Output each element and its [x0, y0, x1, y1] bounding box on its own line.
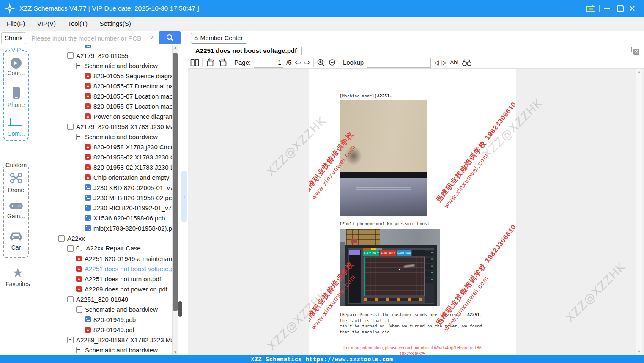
tree-item[interactable]: mlb(x1783-820-01958-02).pc: [36, 223, 172, 233]
tree-expander-icon[interactable]: [67, 337, 74, 343]
toolbar-separator: [340, 58, 340, 67]
tree-item[interactable]: A2289_820-01987 X1782 J223 Mac: [36, 335, 172, 345]
tree-item[interactable]: 820-01949.pcb: [36, 314, 172, 324]
scroll-down-icon[interactable]: ∨: [636, 349, 642, 354]
briefcase-icon[interactable]: [586, 4, 596, 13]
viewer-scrollbar[interactable]: ∧ ∨: [636, 69, 642, 355]
sidebar-item-game[interactable]: Gam...: [4, 202, 28, 220]
text-select-tool[interactable]: Abi: [449, 59, 459, 66]
tree-item[interactable]: J230 RIO 820-01992-01_v7.pc: [36, 203, 172, 213]
scroll-up-icon[interactable]: ∧: [636, 70, 642, 74]
menu-settings[interactable]: Settings(S): [96, 17, 134, 30]
tree-item[interactable]: 820-01055-07 Location map.: [36, 101, 172, 111]
zoom-out-icon[interactable]: [328, 58, 337, 67]
file-type-icon: [85, 195, 91, 201]
tree-item[interactable]: A2251 does not turn on.pdf: [36, 274, 172, 284]
next-page-icon[interactable]: ⇨: [304, 58, 310, 67]
two-page-view-icon[interactable]: [190, 58, 199, 67]
tree-item[interactable]: X1536 820-01598-06.pcb: [36, 213, 172, 223]
lookup-input[interactable]: [367, 58, 431, 68]
sidebar-item-phone[interactable]: Phone: [4, 87, 28, 108]
tree-item[interactable]: 0、A22xx Repair Case: [36, 243, 172, 253]
sidebar-item-computer[interactable]: Com...: [4, 118, 28, 137]
tree-expander-icon[interactable]: [76, 63, 82, 69]
tree-item[interactable]: Power on sequence diagram: [36, 111, 172, 121]
search-button[interactable]: [159, 31, 181, 44]
rotate-left-icon[interactable]: [206, 58, 215, 67]
sidebar-item-car[interactable]: Car: [4, 231, 28, 251]
member-center-button[interactable]: ⌂ Member Center: [191, 33, 247, 44]
scroll-up-icon[interactable]: ∧: [173, 46, 178, 50]
tree-item[interactable]: Schematic and boardview: [36, 304, 172, 314]
tree-item[interactable]: A2251 does not boost voltage.p: [36, 264, 172, 274]
tree-scrollbar-thumb[interactable]: [173, 53, 178, 311]
tree-expander-icon[interactable]: [67, 296, 74, 302]
gray-watermark: XZZ@XZZHK: [563, 260, 628, 325]
file-type-icon: [85, 316, 91, 322]
app-logo-icon: [4, 3, 15, 14]
tree-item[interactable]: J230 MLB 820-01958-02.pcb: [36, 192, 172, 203]
tree-expander-icon[interactable]: [76, 306, 82, 313]
model-search-input[interactable]: [30, 32, 146, 44]
tree-item[interactable]: 820-01055-07 Directional part: [36, 81, 172, 91]
tree-expander-icon[interactable]: [67, 245, 74, 252]
tree-item[interactable]: 820-01949.pdf: [36, 324, 172, 335]
tree-item[interactable]: Schematic and boardview: [36, 132, 172, 142]
maximize-button[interactable]: [617, 6, 624, 12]
collapse-panel-handle[interactable]: ‹: [181, 171, 187, 222]
menu-tool[interactable]: Tool(T): [64, 17, 91, 30]
tree-expander-icon[interactable]: [67, 52, 74, 59]
panel-scrollbar-thumb[interactable]: [178, 301, 182, 317]
chevron-down-icon[interactable]: ∨: [150, 35, 153, 41]
tree-item[interactable]: Chip orientation and empty: [36, 172, 172, 182]
find-next-icon[interactable]: ▷: [442, 59, 447, 66]
shrink-button[interactable]: Shrink: [1, 32, 26, 44]
file-type-icon: [76, 266, 82, 272]
menu-vip[interactable]: VIP(V): [34, 17, 59, 30]
tree-item[interactable]: A2251 820-01949-a maintenanc: [36, 253, 172, 264]
tree-item[interactable]: J230 KBD 820-02005-01_v7.p: [36, 182, 172, 192]
tree-item[interactable]: Schematic and boardview: [36, 345, 172, 355]
rotate-right-icon[interactable]: [218, 58, 228, 67]
sidebar-item-drone[interactable]: Drone: [4, 173, 28, 193]
pdf-viewer[interactable]: [Machine model]A2251. [Fault phenomenon]…: [188, 69, 644, 355]
minimize-button[interactable]: [604, 8, 610, 9]
app-window: XZZ Schematics V4.77 [ VIP Due date: 202…: [0, 0, 644, 363]
file-type-icon: [85, 113, 91, 119]
sidebar-item-course[interactable]: ▶ Cour...: [4, 58, 28, 77]
tree-item[interactable]: A2251_820-01949: [36, 294, 172, 304]
tree-item[interactable]: 820-01055-07 Location map: [36, 91, 172, 101]
tree-item[interactable]: Schematic and boardview: [36, 60, 172, 71]
scroll-down-icon[interactable]: ∨: [173, 350, 178, 354]
tree-item[interactable]: A2179_820-01055: [36, 50, 172, 60]
find-previous-icon[interactable]: ◁: [434, 59, 439, 66]
tree-item-label: 820-01055-07 Directional part: [93, 82, 172, 90]
file-tree[interactable]: A2179_820-01055 Schematic and boardview …: [36, 45, 172, 355]
tree-expander-icon[interactable]: [58, 235, 65, 242]
zoom-in-icon[interactable]: [317, 58, 325, 67]
tree-expander-icon[interactable]: [76, 347, 82, 353]
binoculars-icon[interactable]: [462, 59, 472, 66]
tree-expander-icon[interactable]: [67, 124, 74, 130]
tree-expander-icon[interactable]: [76, 134, 82, 140]
tree-scrollbar[interactable]: ∧ ∨: [172, 45, 178, 355]
tree-item[interactable]: A2289 does not power on.pdf: [36, 284, 172, 294]
document-tab[interactable]: A2251 does not boost voltage.pdf: [195, 45, 297, 56]
tree-item[interactable]: 820-01055 Sequence diagram: [36, 71, 172, 81]
close-document-icon[interactable]: ×: [631, 47, 639, 55]
page-number-input[interactable]: [254, 58, 283, 68]
tree-item[interactable]: 820-01958-02 X1783 J230 Cir: [36, 152, 172, 162]
member-center-label: Member Center: [200, 35, 243, 41]
tree-item[interactable]: A2179_820-01958 X1783 J230 Mac: [36, 121, 172, 132]
tree-item[interactable]: A22xx: [36, 233, 172, 243]
model-search-combo[interactable]: ∨: [27, 32, 156, 44]
previous-page-icon[interactable]: ⇦: [295, 58, 301, 67]
status-bar: XZZ Schematics https://www.xzztools.com: [0, 355, 644, 363]
close-button[interactable]: ×: [629, 3, 636, 13]
sidebar-item-favorites[interactable]: ★ Favorites: [0, 267, 36, 287]
menu-file[interactable]: File(F): [3, 17, 28, 30]
tree-item[interactable]: 820-01958 X1783 j230 Circuit: [36, 142, 172, 152]
file-type-icon: [85, 144, 91, 150]
tree-item[interactable]: 820-01958-02 X1783 J230 Lo: [36, 162, 172, 172]
tree-item[interactable]: [36, 45, 172, 50]
